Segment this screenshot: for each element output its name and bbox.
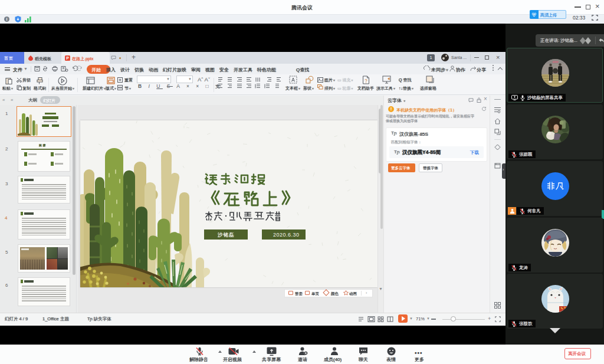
svg-text:####: ####	[552, 61, 559, 64]
